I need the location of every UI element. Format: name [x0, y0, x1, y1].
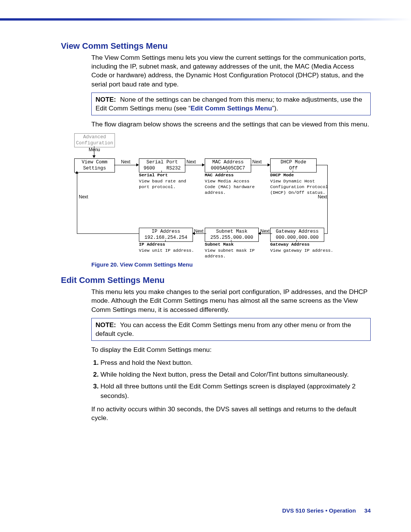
box-advanced-config: AdvancedConfiguration — [74, 133, 115, 147]
lbl-next-left: Next — [79, 194, 88, 200]
serial-port-title: Serial Port — [139, 173, 168, 177]
mac-title: MAC Address — [205, 173, 234, 177]
steps-list: Press and hold the Next button. While ho… — [91, 358, 371, 401]
box-mac: MAC Address0005A605CDC7 — [205, 158, 251, 173]
p-edit-comm-intro: This menu lets you make changes to the s… — [61, 288, 371, 314]
lbl-next-1: Next — [121, 159, 131, 165]
heading-view-comm: View Comm Settings Menu — [61, 41, 371, 51]
p-flow-intro: The flow diagram below shows the screens… — [61, 120, 371, 129]
p-view-comm-intro: The View Comm Settings menu lets you vie… — [61, 53, 371, 89]
step-2: While holding the Next button, press the… — [100, 370, 371, 379]
note-text-1b: ”). — [272, 104, 278, 112]
footer: DVS 510 Series • Operation 34 — [282, 507, 371, 514]
box-ip: IP Address192.168.254.254 — [139, 228, 193, 242]
subnet-title: Subnet Mask — [205, 242, 234, 247]
page-number: 34 — [364, 507, 371, 514]
lbl-next-3: Next — [252, 159, 262, 165]
note-box-2: NOTE: You can access the Edit Comm Setti… — [91, 318, 371, 341]
note-box-1: NOTE: None of the settings can be change… — [91, 93, 371, 115]
mac-desc: View Media Access Code (MAC) hardware ad… — [205, 179, 255, 195]
label-menu: Menu — [88, 147, 101, 152]
step-3: Hold all three buttons until the Edit Co… — [100, 382, 371, 401]
step-1: Press and hold the Next button. — [100, 358, 371, 367]
note-label-1: NOTE: — [96, 96, 116, 103]
box-subnet: Subnet Mask255.255.000.000 — [205, 228, 259, 242]
link-edit-comm-settings[interactable]: Edit Comm Settings Menu — [191, 104, 272, 112]
figure-caption: Figure 20. View Comm Settings Menu — [91, 261, 371, 268]
box-serial-port: Serial Port9600 RS232 — [139, 158, 185, 173]
serial-port-desc: View baud rate and port protocol. — [139, 179, 186, 189]
dhcp-title: DHCP Mode — [270, 173, 294, 177]
footer-text: DVS 510 Series • Operation — [282, 507, 356, 514]
subnet-desc: View subnet mask IP address. — [205, 248, 255, 259]
ip-title: IP Address — [139, 242, 165, 247]
lbl-next-2: Next — [186, 159, 196, 165]
lbl-next-6: Next — [194, 228, 204, 234]
gateway-desc: View gateway IP address. — [270, 248, 333, 253]
note-text-2: You can access the Edit Comm Settings me… — [96, 321, 351, 337]
diagram-view-comm-settings: AdvancedConfiguration Menu View CommSett… — [72, 133, 354, 258]
lbl-next-right: Next — [318, 194, 327, 200]
p-display-intro: To display the Edit Comm Settings menu: — [61, 345, 371, 354]
box-view-comm: View CommSettings — [74, 158, 115, 173]
dhcp-desc: View Dynamic Host Configuration Protocol… — [270, 179, 328, 195]
ip-desc: View unit IP address. — [139, 248, 194, 253]
lbl-next-5: Next — [260, 228, 270, 234]
box-gateway: Gateway Address000.000.000.000 — [270, 228, 324, 242]
gateway-title: Gateway Address — [270, 242, 310, 247]
heading-edit-comm: Edit Comm Settings Menu — [61, 275, 371, 285]
box-dhcp: DHCP ModeOff — [270, 158, 317, 173]
p-timeout: If no activity occurs within 30 seconds,… — [61, 405, 371, 422]
note-label-2: NOTE: — [96, 321, 116, 329]
header-gradient-bar — [0, 18, 411, 21]
